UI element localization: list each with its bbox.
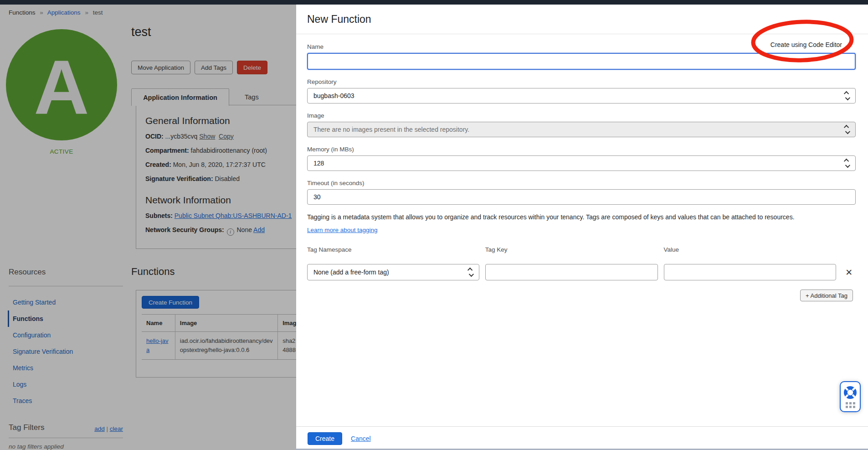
modal-scrim[interactable]: [0, 0, 296, 450]
repository-select[interactable]: bugbash-0603: [307, 88, 856, 103]
tag-value-input[interactable]: [664, 264, 837, 280]
memory-select[interactable]: 128: [307, 155, 856, 171]
lifebuoy-icon: [843, 385, 858, 400]
memory-label: Memory (in MBs): [307, 146, 856, 153]
tag-key-label: Tag Key: [485, 246, 658, 253]
new-function-form: Name Repository bugbash-0603 Image There…: [296, 34, 868, 301]
tag-namespace-select[interactable]: None (add a free-form tag): [307, 264, 479, 280]
image-select: There are no images present in the selec…: [307, 122, 856, 137]
new-function-panel: New Function Create using Code Editor Na…: [296, 5, 868, 450]
remove-tag-icon[interactable]: ✕: [842, 264, 856, 280]
image-label: Image: [307, 112, 856, 119]
name-input[interactable]: [307, 53, 856, 70]
repository-selected-value: bugbash-0603: [313, 92, 354, 99]
image-placeholder-text: There are no images present in the selec…: [313, 126, 469, 133]
timeout-label: Timeout (in seconds): [307, 180, 856, 186]
updown-chevron-icon: [469, 268, 473, 277]
panel-header: New Function: [296, 5, 868, 34]
screen: Functions » Applications » test A ACTIVE…: [0, 0, 868, 450]
updown-chevron-icon: [845, 125, 849, 134]
tag-key-input[interactable]: [485, 264, 658, 280]
tag-namespace-selected-value: None (add a free-form tag): [313, 269, 389, 276]
memory-selected-value: 128: [313, 160, 324, 167]
updown-chevron-icon: [845, 159, 849, 168]
updown-chevron-icon: [845, 91, 849, 100]
panel-title: New Function: [307, 13, 371, 26]
cancel-link[interactable]: Cancel: [351, 435, 371, 442]
panel-footer: Create Cancel: [296, 426, 868, 450]
timeout-input[interactable]: 30: [307, 189, 856, 205]
tag-value-label: Value: [664, 246, 837, 253]
console-topbar: [0, 0, 868, 5]
learn-more-tagging-link[interactable]: Learn more about tagging: [307, 227, 378, 233]
additional-tag-button[interactable]: + Additional Tag: [800, 290, 853, 301]
help-widget[interactable]: [840, 381, 861, 412]
tag-row: Tag Namespace None (add a free-form tag)…: [307, 246, 856, 280]
create-using-code-editor-link[interactable]: Create using Code Editor: [770, 41, 842, 48]
create-button[interactable]: Create: [308, 432, 342, 445]
tagging-description: Tagging is a metadata system that allows…: [307, 213, 856, 221]
repository-label: Repository: [307, 78, 856, 85]
tag-namespace-label: Tag Namespace: [307, 246, 479, 253]
drag-dots-icon: [846, 402, 855, 408]
